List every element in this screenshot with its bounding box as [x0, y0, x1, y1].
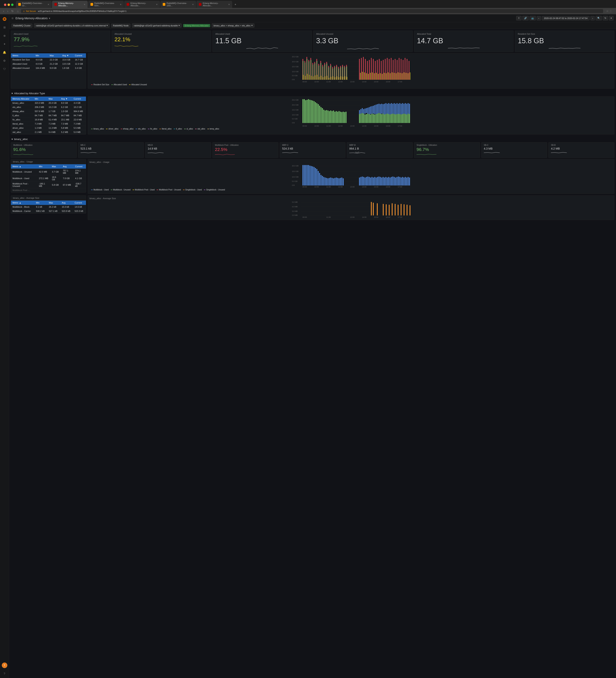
cluster-value: rabbit@tgir-s01e02-gerhard-rabbitmq-dura…	[36, 25, 106, 27]
svg-rect-259	[402, 103, 403, 114]
collapse-icon[interactable]: ▾	[11, 92, 13, 95]
th-min[interactable]: Min	[34, 53, 48, 58]
new-tab-button[interactable]: +	[232, 2, 238, 7]
sidebar-avatar[interactable]: T	[2, 663, 7, 668]
binary-collapse-icon[interactable]: ▾	[11, 138, 13, 141]
th-avg[interactable]: Avg ▼	[61, 53, 73, 58]
allocator-value: binary_alloc + eheap_alloc + ets_alloc	[214, 25, 251, 27]
table-row: Multiblock - Carrier508.2 kB527.1 kB523.…	[11, 209, 86, 213]
back-button[interactable]: ‹	[2, 9, 5, 13]
dashboard-title-bar[interactable]: Erlang-Memory-Allocators ▾	[15, 17, 50, 20]
svg-rect-178	[329, 111, 330, 123]
svg-rect-334	[386, 177, 387, 185]
allocator-select[interactable]: binary_alloc + eheap_alloc + ets_alloc ▾	[212, 24, 254, 28]
sidebar-add[interactable]: ⊕	[2, 33, 7, 38]
th-avg3[interactable]: Avg	[61, 164, 74, 168]
th-max2[interactable]: Max	[47, 97, 60, 101]
svg-rect-119	[376, 73, 377, 80]
svg-rect-89	[305, 76, 305, 80]
th-max3[interactable]: Max	[50, 164, 61, 168]
reload-button[interactable]: ↻	[10, 9, 14, 13]
svg-rect-194	[363, 114, 364, 123]
svg-rect-202	[374, 114, 375, 123]
bookmark-icon[interactable]: ☆	[606, 10, 609, 12]
link-button[interactable]: 🔗	[522, 16, 529, 21]
th-metric4[interactable]: Metric ▲	[11, 200, 34, 205]
svg-text:12:00: 12:00	[338, 186, 343, 188]
close-icon-5[interactable]: ✕	[228, 3, 230, 6]
sparkline-rss	[518, 46, 611, 50]
tv-button[interactable]: 📺	[530, 16, 536, 21]
svg-rect-311	[338, 178, 339, 185]
sidebar-settings[interactable]: ⚙	[2, 58, 7, 64]
refresh-button[interactable]: ↻	[603, 16, 608, 21]
th-current4[interactable]: Current	[73, 200, 86, 205]
th-min2[interactable]: Min	[33, 97, 47, 101]
forward-button[interactable]: ›	[6, 9, 9, 13]
close-icon-2[interactable]: ✕	[120, 3, 121, 6]
svg-rect-104	[335, 77, 335, 80]
tab-erlang-3[interactable]: Erlang-Memory-Allocato... ✕	[124, 1, 160, 8]
svg-rect-329	[378, 177, 379, 185]
svg-rect-333	[384, 178, 385, 185]
tab-rabbitmq-50m[interactable]: RabbitMQ-Overview-50m... ✕	[88, 1, 124, 8]
sidebar-explore[interactable]: ✦	[2, 41, 7, 47]
close-icon-active[interactable]: ✕	[84, 3, 85, 6]
sidebar-logo[interactable]	[2, 16, 7, 22]
svg-rect-289	[308, 165, 309, 185]
svg-rect-292	[312, 166, 313, 185]
node-dropdown-icon: ▾	[179, 24, 180, 27]
svg-rect-182	[334, 112, 335, 123]
th-min4[interactable]: Min	[34, 200, 47, 205]
th-memory-alloc[interactable]: Memory Allocator	[11, 97, 33, 101]
table-row: ll_alloc84.7 MB84.7 MB84.7 MB84.7 MB	[11, 113, 86, 118]
th-avg2[interactable]: Avg ▼	[60, 97, 72, 101]
th-metric[interactable]: Metric	[11, 53, 34, 58]
th-max4[interactable]: Max	[47, 200, 60, 205]
tab-rabbitmq-overview[interactable]: RabbitMQ-Overview - Gr... ✕	[16, 1, 51, 8]
close-icon-3[interactable]: ✕	[156, 3, 157, 6]
node-select[interactable]: rabbit@tgir-s01e02-gerhard-rabbitmq-dura…	[132, 24, 182, 28]
overview-chart-panel: 25.0 GB 20.0 GB 15.0 GB 10.0 GB 5.0 GB 0…	[88, 53, 614, 89]
svg-rect-108	[342, 77, 343, 80]
th-current2[interactable]: Current	[72, 97, 86, 101]
th-metric3[interactable]: Metric ▲	[11, 164, 37, 168]
sidebar-alerts[interactable]: 🔔	[2, 49, 7, 55]
refresh-interval[interactable]: ▾	[609, 16, 614, 21]
svg-rect-328	[377, 177, 378, 185]
time-range-picker[interactable]: 2020-02-24 08:47:02 to 2020-02-24 17:47:…	[542, 16, 590, 21]
svg-rect-186	[340, 112, 341, 123]
svg-rect-236	[370, 107, 371, 114]
tab-label-2: RabbitMQ-Overview-50m...	[94, 2, 119, 7]
prev-time-button[interactable]: ‹	[537, 16, 541, 21]
close-icon[interactable]: ✕	[48, 3, 49, 6]
svg-rect-286	[304, 165, 305, 185]
svg-text:10:00: 10:00	[314, 186, 319, 188]
share-button[interactable]: ⇪	[516, 16, 521, 21]
sidebar-dashboards[interactable]: ⊞	[2, 25, 7, 30]
tab-rabbitmq-100i[interactable]: RabbitMQ-Overview-100i... ✕	[160, 1, 196, 8]
close-icon-4[interactable]: ✕	[192, 3, 194, 6]
th-current3[interactable]: Current	[74, 164, 86, 168]
mbp-b-title: MBP-B	[349, 144, 410, 146]
metric-rss: Resident Set Size	[11, 58, 34, 62]
next-time-button[interactable]: ›	[590, 16, 595, 21]
home-button[interactable]: ⌂	[16, 9, 19, 13]
tab-erlang-active[interactable]: Erlang-Memory-Allocato... ✕	[52, 1, 88, 8]
menu-icon[interactable]: ⋮	[610, 10, 612, 12]
mb-b-value: 14.9 kB	[148, 147, 209, 150]
stat-allocated-unused-pct: Allocated Unused 22.1%	[112, 31, 211, 52]
th-current[interactable]: Current	[73, 53, 86, 58]
svg-rect-293	[314, 167, 315, 185]
tab-erlang-5[interactable]: Erlang-Memory-Allocato... ✕	[196, 1, 232, 8]
th-min3[interactable]: Min	[37, 164, 50, 168]
th-avg4[interactable]: Avg	[60, 200, 73, 205]
zoom-out-button[interactable]: 🔍	[595, 16, 602, 21]
cluster-select[interactable]: rabbit@tgir-s01e02-gerhard-rabbitmq-dura…	[34, 24, 110, 28]
svg-rect-323	[370, 178, 371, 185]
legend-mbp-unused: Multiblock Pool - Unused	[156, 189, 181, 191]
sidebar-shield[interactable]: 🛡	[2, 66, 7, 72]
svg-rect-264	[409, 104, 410, 114]
sidebar-help[interactable]: ?	[2, 671, 7, 676]
th-max[interactable]: Max	[48, 53, 61, 58]
